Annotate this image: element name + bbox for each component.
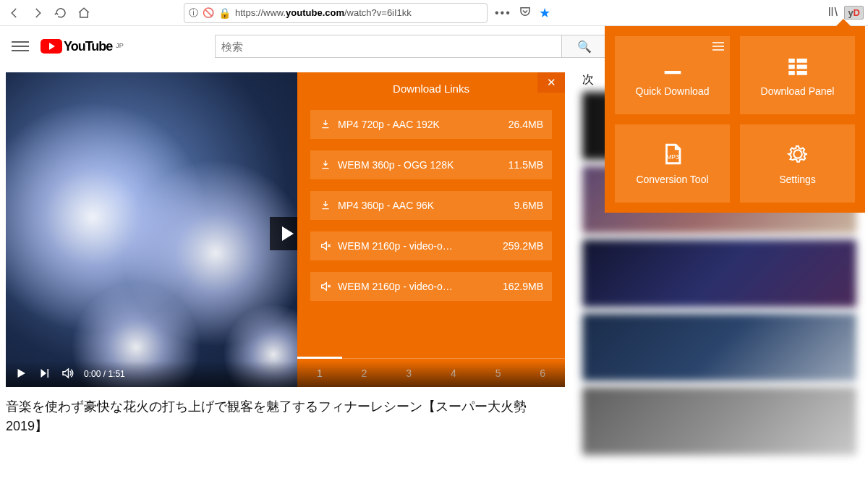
download-item-label: WEBM 2160p - video-o…	[338, 281, 495, 292]
download-links-title: Download Links	[393, 82, 469, 95]
permissions-blocked-icon[interactable]: 🚫	[203, 7, 214, 18]
settings-card[interactable]: Settings	[740, 124, 855, 203]
youtube-search: 🔍	[215, 35, 608, 58]
time-display: 0:00 / 1:51	[84, 369, 125, 379]
related-thumbnail[interactable]	[582, 387, 856, 455]
reload-button[interactable]	[51, 3, 71, 23]
download-item-size: 26.4MB	[509, 119, 543, 130]
download-item[interactable]: WEBM 360p - OGG 128K11.5MB	[310, 150, 552, 179]
url-bar[interactable]: ⓘ 🚫 🔒 https://www.youtube.com/watch?v=6i…	[184, 3, 488, 23]
close-icon[interactable]: ✕	[537, 72, 565, 93]
url-text: https://www.youtube.com/watch?v=6iI1kk	[235, 7, 482, 18]
site-identity-icon[interactable]: ⓘ	[189, 7, 198, 20]
conversion-tool-card[interactable]: MP3 Conversion Tool	[615, 124, 730, 203]
related-thumbnail[interactable]	[582, 239, 856, 307]
menu-icon[interactable]	[12, 38, 29, 55]
search-button[interactable]: 🔍	[562, 35, 608, 58]
page-actions-icon[interactable]: •••	[495, 7, 511, 20]
youtube-word: YouTube	[64, 39, 112, 54]
browser-toolbar: ⓘ 🚫 🔒 https://www.youtube.com/watch?v=6i…	[0, 0, 868, 26]
download-item-size: 11.5MB	[509, 159, 543, 171]
download-item-label: MP4 720p - AAC 192K	[338, 119, 501, 130]
download-icon	[319, 159, 332, 171]
volume-icon[interactable]	[61, 367, 74, 382]
download-item-size: 9.6MB	[514, 200, 543, 211]
related-thumbnail[interactable]	[582, 313, 856, 381]
yd-extension-button[interactable]: yD	[844, 6, 864, 20]
back-button[interactable]	[4, 3, 25, 23]
card-label: Quick Download	[636, 85, 710, 97]
youtube-play-icon	[41, 39, 62, 54]
youtube-logo[interactable]: YouTube JP	[41, 39, 124, 54]
bookmark-star-icon[interactable]: ★	[539, 5, 550, 21]
download-item[interactable]: MP4 720p - AAC 192K26.4MB	[310, 110, 552, 139]
video-player[interactable]: Download Links ✕ MP4 720p - AAC 192K26.4…	[6, 72, 565, 387]
forward-button[interactable]	[27, 3, 48, 23]
card-label: Conversion Tool	[636, 174, 708, 185]
download-item[interactable]: WEBM 2160p - video-o…259.2MB	[310, 231, 552, 260]
pocket-icon[interactable]	[519, 5, 532, 21]
mute-icon	[319, 281, 332, 292]
video-title: 音楽を使わず豪快な花火の打ち上げで観客を魅了するフィナーレシーン【スーパー大火勢…	[6, 397, 565, 436]
download-item-label: WEBM 2160p - video-o…	[338, 240, 495, 252]
quick-download-card[interactable]: Quick Download	[615, 36, 730, 114]
extension-popup: Quick Download Download Panel MP3 Conver…	[605, 26, 865, 213]
lock-icon: 🔒	[218, 7, 231, 19]
svg-text:MP3: MP3	[666, 153, 679, 161]
download-icon	[319, 119, 332, 130]
download-icon	[319, 200, 332, 211]
download-item[interactable]: WEBM 2160p - video-o…162.9MB	[310, 272, 552, 301]
next-icon[interactable]	[38, 367, 51, 382]
home-button[interactable]	[74, 3, 94, 23]
download-item[interactable]: MP4 360p - AAC 96K9.6MB	[310, 191, 552, 220]
youtube-region: JP	[116, 42, 124, 49]
download-panel-card[interactable]: Download Panel	[740, 36, 855, 114]
search-input[interactable]	[215, 35, 562, 58]
player-controls: 0:00 / 1:51	[6, 361, 565, 387]
download-item-label: MP4 360p - AAC 96K	[338, 200, 507, 211]
download-item-size: 162.9MB	[503, 281, 543, 292]
download-item-size: 259.2MB	[503, 240, 543, 252]
card-label: Settings	[779, 174, 816, 185]
card-label: Download Panel	[761, 85, 835, 97]
card-menu-icon[interactable]	[712, 42, 724, 51]
play-icon[interactable]	[14, 367, 27, 382]
download-item-label: WEBM 360p - OGG 128K	[338, 159, 501, 171]
download-links-panel: Download Links ✕ MP4 720p - AAC 192K26.4…	[297, 72, 565, 387]
mute-icon	[319, 240, 332, 252]
